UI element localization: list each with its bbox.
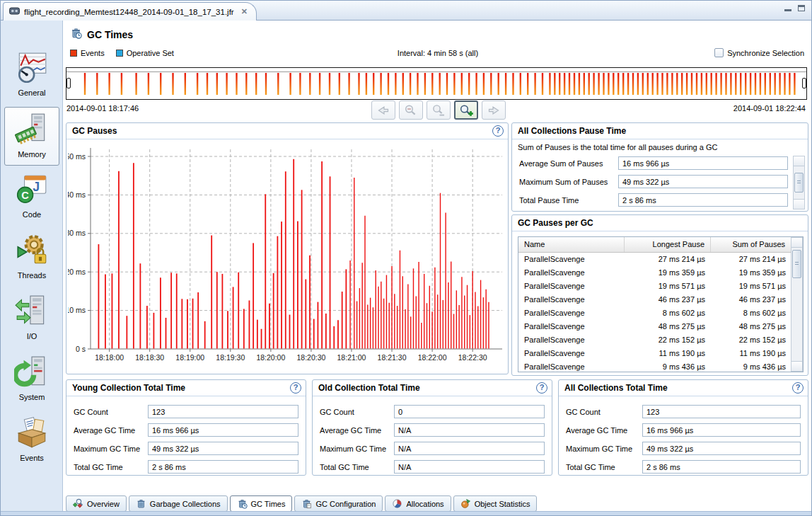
- table-row[interactable]: ParallelScavenge19 ms 359 µs19 ms 359 µs: [518, 266, 803, 280]
- field-value[interactable]: [148, 442, 298, 455]
- svg-text:18:18:30: 18:18:30: [135, 353, 164, 362]
- cell-gc-name: ParallelScavenge: [518, 333, 625, 347]
- scroll-up-icon[interactable]: [791, 237, 803, 248]
- tab-gc-configuration[interactable]: GC Configuration: [294, 495, 383, 512]
- legend-item-operative-set: Operative Set: [116, 49, 174, 57]
- table-row[interactable]: ParallelScavenge46 ms 237 µs46 ms 237 µs: [518, 293, 803, 306]
- sidebar-item-code[interactable]: JCCode: [4, 168, 59, 227]
- tab-label: Allocations: [406, 500, 443, 508]
- field-label: Maximum GC Time: [320, 445, 386, 453]
- column-header[interactable]: Longest Pause: [625, 237, 711, 252]
- old-title: Old Collection Total Time ?: [313, 380, 552, 396]
- minimize-view-icon[interactable]: [784, 9, 791, 11]
- svg-text:18:22:00: 18:22:00: [418, 353, 447, 362]
- close-icon[interactable]: ✕: [241, 7, 248, 16]
- memory-icon: [5, 110, 59, 149]
- tab-gc-times[interactable]: GC Times: [230, 495, 293, 512]
- scroll-down-icon[interactable]: [793, 199, 805, 210]
- svg-text:C: C: [21, 190, 29, 201]
- scrollbar-thumb[interactable]: [794, 173, 804, 193]
- table-row[interactable]: ParallelScavenge8 ms 602 µs8 ms 602 µs: [518, 306, 803, 320]
- maximize-view-icon[interactable]: [798, 5, 805, 11]
- help-icon[interactable]: ?: [792, 382, 804, 394]
- field-value[interactable]: [148, 405, 298, 418]
- cell-value: 46 ms 237 µs: [625, 293, 711, 306]
- field-row: Maximum GC Time: [66, 441, 306, 459]
- editor-tab-bar: flight_recording_Memtest12448_2014-09-01…: [1, 1, 811, 21]
- help-icon[interactable]: ?: [536, 382, 547, 394]
- field-value[interactable]: [642, 405, 801, 418]
- table-row[interactable]: ParallelScavenge27 ms 214 µs27 ms 214 µs: [518, 253, 803, 266]
- cell-gc-name: ParallelScavenge: [518, 280, 625, 293]
- cell-value: 9 ms 436 µs: [625, 360, 711, 372]
- tab-object-statistics[interactable]: Object Statistics: [453, 495, 538, 512]
- back-button[interactable]: [371, 101, 395, 120]
- synchronize-checkbox[interactable]: [714, 48, 724, 57]
- gc-pauses-chart[interactable]: 0 s10 ms20 ms30 ms40 ms50 ms18:18:0018:1…: [68, 141, 508, 373]
- field-value[interactable]: [618, 156, 788, 170]
- field-value[interactable]: [394, 442, 545, 455]
- synchronize-selection: Synchronize Selection: [714, 48, 804, 57]
- field-value[interactable]: [148, 460, 298, 474]
- cell-gc-name: ParallelScavenge: [518, 306, 625, 320]
- forward-button[interactable]: [482, 101, 506, 120]
- code-icon: JC: [4, 170, 59, 210]
- field-value[interactable]: [642, 423, 801, 437]
- table-row[interactable]: ParallelScavenge11 ms 190 µs11 ms 190 µs: [518, 347, 803, 360]
- column-header[interactable]: Name: [518, 237, 625, 252]
- field-value[interactable]: [148, 423, 298, 437]
- tab-overview[interactable]: Overview: [66, 495, 127, 512]
- sidebar-item-io[interactable]: I/O: [4, 289, 59, 348]
- zoom-range-button[interactable]: [427, 101, 451, 120]
- timeline-left-handle[interactable]: [66, 78, 71, 88]
- zoom-out-button[interactable]: [399, 101, 423, 120]
- timeline-events-chart[interactable]: [66, 68, 806, 99]
- help-icon[interactable]: ?: [492, 125, 504, 137]
- help-icon[interactable]: ?: [290, 382, 301, 394]
- svg-text:J: J: [33, 180, 40, 194]
- io-icon: [4, 292, 59, 331]
- overview-icon: [73, 498, 83, 509]
- sidebar-item-general[interactable]: General: [4, 46, 59, 105]
- field-label: Average GC Time: [566, 426, 627, 435]
- field-value[interactable]: [394, 405, 545, 418]
- range-start-time: 2014-09-01 18:17:46: [66, 104, 139, 113]
- table-row[interactable]: ParallelScavenge9 ms 436 µs9 ms 436 µs: [518, 360, 803, 372]
- editor-tab-flight-recording[interactable]: flight_recording_Memtest12448_2014-09-01…: [3, 2, 257, 21]
- sidebar-item-memory[interactable]: Memory: [4, 107, 59, 166]
- timeline-right-handle[interactable]: [802, 78, 806, 88]
- tab-label: Garbage Collections: [150, 500, 221, 508]
- sidebar-item-system[interactable]: System: [4, 350, 59, 409]
- field-value[interactable]: [394, 460, 545, 474]
- column-header[interactable]: Sum of Pauses: [711, 237, 791, 252]
- table-row[interactable]: ParallelScavenge48 ms 275 µs48 ms 275 µs: [518, 320, 803, 333]
- scrollbar-thumb[interactable]: [792, 250, 801, 278]
- field-value[interactable]: [642, 442, 801, 455]
- scroll-down-icon[interactable]: [791, 361, 803, 372]
- pause-time-scrollbar[interactable]: [793, 156, 805, 210]
- gc-configuration-icon: [301, 498, 312, 509]
- svg-text:0 s: 0 s: [76, 345, 86, 353]
- timeline-strip[interactable]: [66, 67, 807, 100]
- table-row[interactable]: ParallelScavenge19 ms 571 µs19 ms 571 µs: [518, 280, 803, 293]
- field-label: Maximum GC Time: [566, 445, 632, 453]
- sidebar-item-threads[interactable]: Threads: [4, 229, 59, 287]
- tab-garbage-collections[interactable]: Garbage Collections: [129, 495, 228, 512]
- svg-text:18:21:30: 18:21:30: [378, 353, 407, 362]
- sidebar-item-events[interactable]: Events: [4, 411, 59, 470]
- field-value[interactable]: [394, 423, 545, 437]
- synchronize-label: Synchronize Selection: [727, 49, 804, 57]
- zoom-in-button[interactable]: [454, 101, 478, 120]
- svg-text:18:20:00: 18:20:00: [256, 353, 285, 362]
- scroll-up-icon[interactable]: [793, 156, 805, 166]
- table-row[interactable]: ParallelScavenge22 ms 152 µs22 ms 152 µs: [518, 333, 803, 347]
- general-icon: [4, 48, 59, 88]
- cell-gc-name: ParallelScavenge: [518, 360, 625, 372]
- table-scrollbar[interactable]: [791, 237, 803, 372]
- field-value[interactable]: [618, 175, 788, 188]
- field-value[interactable]: [618, 193, 788, 207]
- young-title: Young Collection Total Time ?: [66, 380, 306, 396]
- legend-item-events: Events: [70, 49, 105, 57]
- field-value[interactable]: [642, 460, 801, 474]
- tab-allocations[interactable]: Allocations: [385, 495, 451, 512]
